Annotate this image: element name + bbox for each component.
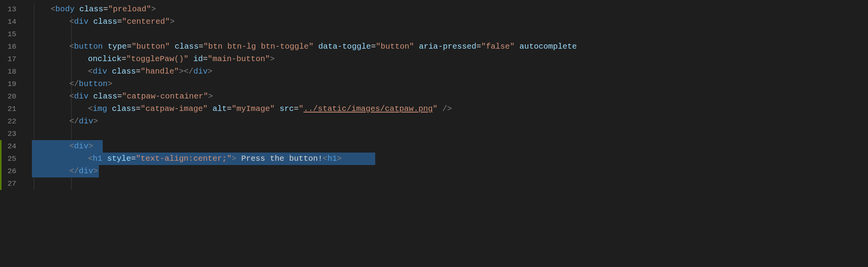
- code-line[interactable]: </div>: [25, 165, 868, 177]
- code-token: [515, 42, 519, 51]
- code-token: src: [279, 104, 294, 113]
- code-token: =: [117, 92, 122, 101]
- code-token: h1: [93, 154, 107, 163]
- code-token: div: [79, 117, 93, 126]
- code-token: [414, 42, 419, 51]
- code-token: autocomplete: [520, 42, 577, 51]
- code-token: >: [208, 92, 213, 101]
- code-token: id: [193, 54, 203, 63]
- code-line[interactable]: <div class="catpaw-container">: [25, 90, 868, 103]
- code-token: </: [69, 167, 79, 176]
- code-token: <: [69, 17, 74, 26]
- code-token: =: [476, 42, 481, 51]
- code-token: =: [131, 154, 136, 163]
- code-token: >: [93, 117, 98, 126]
- code-token: >: [107, 79, 112, 88]
- code-token: </: [69, 79, 79, 88]
- code-token: div: [74, 142, 88, 151]
- code-token: =: [294, 104, 299, 113]
- code-token: body: [55, 5, 79, 14]
- code-token: =: [136, 67, 141, 76]
- code-token: </: [69, 117, 79, 126]
- code-token: class: [112, 104, 136, 113]
- code-line[interactable]: <img class="catpaw-image" alt="myImage" …: [25, 103, 868, 115]
- line-number: 18: [0, 65, 25, 78]
- code-line[interactable]: [25, 177, 868, 190]
- code-line[interactable]: <div class="centered">: [25, 16, 868, 28]
- code-token: [275, 104, 279, 113]
- code-line[interactable]: <button type="button" class="btn btn-lg …: [25, 40, 868, 53]
- line-number-gutter: 131415161718192021222324252627: [0, 0, 25, 267]
- code-line[interactable]: [25, 28, 868, 40]
- code-token: ></: [179, 67, 193, 76]
- code-line[interactable]: <h1 style="text-align:center;"> Press th…: [25, 153, 868, 165]
- code-token: class: [79, 5, 104, 14]
- code-line[interactable]: onclick="togglePaw()" id="main-button">: [25, 53, 868, 65]
- code-line[interactable]: </div>: [25, 115, 868, 128]
- code-token: class: [112, 67, 136, 76]
- code-token: <: [323, 154, 327, 163]
- code-token: [188, 54, 193, 63]
- code-token: >: [208, 67, 213, 76]
- code-line[interactable]: </button>: [25, 78, 868, 90]
- code-token: >: [337, 154, 342, 163]
- code-line[interactable]: <div class="handle"></div>: [25, 65, 868, 78]
- line-number: 13: [0, 3, 25, 16]
- line-number: 27: [0, 177, 25, 190]
- code-token: type: [107, 42, 127, 51]
- line-number: 25: [0, 153, 25, 165]
- code-token: =: [203, 54, 207, 63]
- code-token: =: [117, 17, 122, 26]
- code-token: ": [299, 104, 303, 113]
- code-line[interactable]: <body class="preload">: [25, 3, 868, 16]
- code-token: "main-button": [208, 54, 270, 63]
- code-token: >: [93, 167, 98, 176]
- code-token: aria-pressed: [419, 42, 476, 51]
- code-token: <: [69, 142, 74, 151]
- code-token: />: [438, 104, 452, 113]
- code-token: >: [151, 5, 156, 14]
- code-token: button: [74, 42, 107, 51]
- line-number: 22: [0, 115, 25, 128]
- line-number: 20: [0, 90, 25, 103]
- code-line[interactable]: <div>: [25, 140, 868, 153]
- code-token: <: [69, 92, 74, 101]
- code-token: "button": [132, 42, 170, 51]
- line-number: 24: [0, 140, 25, 153]
- code-token: >: [232, 154, 236, 163]
- code-token: >: [170, 17, 174, 26]
- code-token: "centered": [122, 17, 170, 26]
- code-token: ": [433, 104, 438, 113]
- code-token: "text-align:center;": [136, 154, 232, 163]
- code-token: "btn btn-lg btn-toggle": [204, 42, 314, 51]
- line-number: 15: [0, 28, 25, 40]
- code-area[interactable]: <body class="preload"><div class="center…: [25, 0, 868, 267]
- line-number: 23: [0, 128, 25, 140]
- code-token: class: [93, 92, 118, 101]
- code-token: [170, 42, 174, 51]
- code-token: div: [74, 92, 93, 101]
- code-token: [208, 104, 213, 113]
- code-token: "handle": [141, 67, 179, 76]
- code-token: =: [103, 5, 108, 14]
- code-token: "togglePaw()": [126, 54, 188, 63]
- code-token: div: [193, 67, 208, 76]
- line-number: 26: [0, 165, 25, 177]
- code-token: =: [136, 104, 141, 113]
- code-token: "false": [481, 42, 515, 51]
- code-token: >: [88, 142, 93, 151]
- code-token: div: [74, 17, 93, 26]
- code-token: <: [88, 67, 93, 76]
- code-token: <: [88, 104, 93, 113]
- line-number: 19: [0, 78, 25, 90]
- code-token: "catpaw-container": [122, 92, 208, 101]
- code-token: style: [107, 154, 131, 163]
- code-line[interactable]: [25, 128, 868, 140]
- code-token: =: [371, 42, 376, 51]
- code-token: button: [79, 79, 108, 88]
- code-token: class: [93, 17, 118, 26]
- code-token: img: [93, 104, 112, 113]
- code-editor[interactable]: 131415161718192021222324252627 <body cla…: [0, 0, 868, 267]
- code-token: [313, 42, 318, 51]
- code-token: h1: [327, 154, 337, 163]
